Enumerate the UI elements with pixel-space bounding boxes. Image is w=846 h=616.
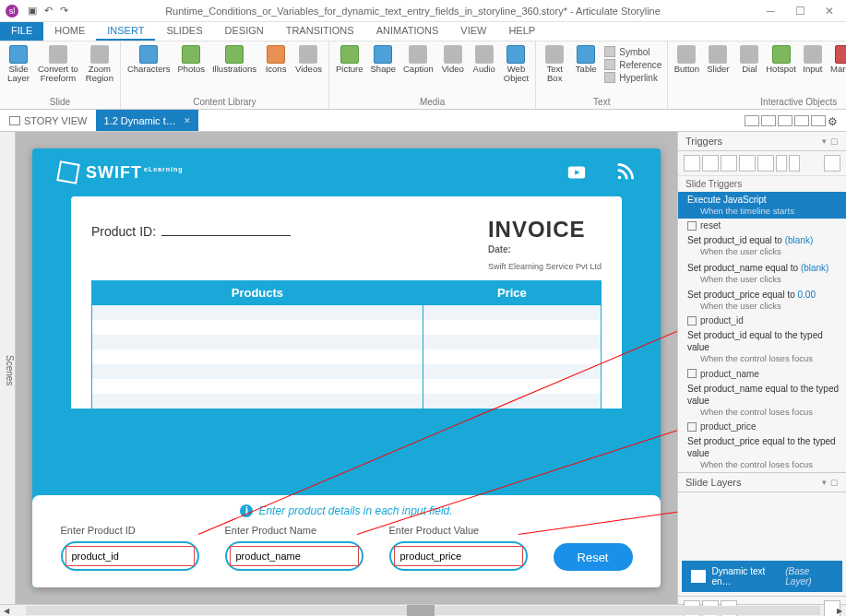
minimize-button[interactable]: ─ bbox=[757, 5, 783, 18]
reference-button[interactable]: Reference bbox=[602, 58, 663, 71]
trigger-object[interactable]: product_price bbox=[678, 420, 846, 433]
edit-trigger-icon[interactable] bbox=[702, 155, 719, 172]
view-tablet2-icon[interactable] bbox=[778, 115, 792, 126]
tab-slides[interactable]: SLIDES bbox=[155, 22, 213, 41]
add-trigger-icon[interactable] bbox=[684, 155, 700, 172]
group-content-label: Content Library bbox=[125, 95, 325, 109]
copy-trigger-icon[interactable] bbox=[721, 155, 737, 172]
caption-button[interactable]: Caption bbox=[400, 43, 436, 95]
trigger-object[interactable]: product_id bbox=[678, 314, 846, 327]
picture-button[interactable]: Picture bbox=[333, 43, 366, 95]
symbol-button[interactable]: Symbol bbox=[602, 45, 663, 58]
tab-help[interactable]: HELP bbox=[497, 22, 546, 41]
tab-transitions[interactable]: TRANSITIONS bbox=[275, 22, 365, 41]
view-desktop-icon[interactable] bbox=[745, 115, 759, 126]
slide-canvas: SWIFTeLearning Product ID: INVOICE Date: bbox=[16, 132, 677, 604]
photos-button[interactable]: Photos bbox=[174, 43, 208, 95]
scroll-left-icon[interactable]: ◀ bbox=[0, 605, 13, 616]
tab-design[interactable]: DESIGN bbox=[214, 22, 275, 41]
object-icon bbox=[687, 316, 697, 326]
trigger-item[interactable]: Set product_id equal to the typed valueW… bbox=[678, 327, 846, 366]
undock-icon[interactable]: ▢ bbox=[830, 136, 839, 146]
table-button[interactable]: Table bbox=[571, 43, 601, 95]
audio-button[interactable]: Audio bbox=[470, 43, 499, 95]
table-row bbox=[92, 335, 602, 349]
base-layer[interactable]: Dynamic text en… (Base Layer) bbox=[682, 561, 842, 592]
trigger-item[interactable]: Set product_name equal to the typed valu… bbox=[678, 381, 846, 420]
convert-freeform-button[interactable]: Convert to Freeform bbox=[35, 43, 81, 95]
paste-trigger-icon[interactable] bbox=[739, 155, 756, 172]
icons-button[interactable]: Icons bbox=[261, 43, 291, 95]
horizontal-scrollbar[interactable] bbox=[13, 605, 833, 616]
tab-insert[interactable]: INSERT bbox=[96, 22, 155, 41]
view-phone2-icon[interactable] bbox=[811, 115, 826, 126]
triggers-title: Triggers bbox=[685, 136, 722, 147]
rss-icon bbox=[614, 162, 635, 183]
video-button[interactable]: Video bbox=[438, 43, 468, 95]
videos-button[interactable]: Videos bbox=[292, 43, 325, 95]
button-button[interactable]: Button bbox=[672, 43, 701, 95]
invoice-title: INVOICE bbox=[488, 217, 602, 243]
slide[interactable]: SWIFTeLearning Product ID: INVOICE Date: bbox=[32, 148, 661, 587]
scroll-right-icon[interactable]: ▶ bbox=[833, 605, 846, 616]
view-tablet-icon[interactable] bbox=[761, 115, 776, 126]
youtube-icon bbox=[566, 162, 587, 183]
object-icon bbox=[687, 369, 697, 378]
marker-button[interactable]: Marker bbox=[829, 43, 846, 95]
trigger-item[interactable]: Set product_name equal to (blank)When th… bbox=[678, 260, 846, 287]
invoice-panel: Product ID: INVOICE Date: Swift Elearnin… bbox=[71, 196, 622, 409]
shape-button[interactable]: Shape bbox=[368, 43, 399, 95]
trigger-item[interactable]: Set product_price equal to the typed val… bbox=[678, 433, 846, 472]
trigger-item[interactable]: Execute JavaScriptWhen the timeline star… bbox=[678, 192, 846, 219]
product-id-input-label: Enter Product ID bbox=[61, 525, 199, 536]
slide-header: SWIFTeLearning bbox=[32, 148, 661, 196]
variables-icon[interactable] bbox=[824, 155, 840, 172]
slider-button[interactable]: Slider bbox=[703, 43, 733, 95]
save-icon[interactable]: ▣ bbox=[28, 5, 37, 17]
tab-animations[interactable]: ANIMATIONS bbox=[365, 22, 450, 41]
group-interactive-label: Interactive Objects bbox=[672, 95, 846, 109]
hotspot-button[interactable]: Hotspot bbox=[766, 43, 796, 95]
slide-layer-button[interactable]: Slide Layer bbox=[4, 43, 33, 95]
close-button[interactable]: ✕ bbox=[816, 5, 842, 18]
scenes-panel-tab[interactable]: Scenes bbox=[0, 132, 16, 604]
trigger-object[interactable]: reset bbox=[678, 219, 846, 232]
product-id-input[interactable] bbox=[66, 546, 195, 566]
trigger-item[interactable]: Set product_price equal to 0.00When the … bbox=[678, 287, 846, 314]
gear-icon[interactable]: ⚙ bbox=[828, 115, 842, 126]
web-object-button[interactable]: Web Object bbox=[501, 43, 531, 95]
tab-home[interactable]: HOME bbox=[43, 22, 96, 41]
delete-trigger-icon[interactable] bbox=[757, 155, 774, 172]
group-slide-label: Slide bbox=[4, 95, 116, 109]
dial-button[interactable]: Dial bbox=[734, 43, 764, 95]
input-button[interactable]: Input bbox=[798, 43, 828, 95]
story-view-tab[interactable]: STORY VIEW bbox=[0, 110, 96, 131]
product-price-input[interactable] bbox=[394, 546, 523, 566]
move-down-icon[interactable] bbox=[789, 155, 800, 172]
trigger-item[interactable]: Set product_id equal to (blank)When the … bbox=[678, 232, 846, 259]
view-phone-icon[interactable] bbox=[794, 115, 809, 126]
undo-icon[interactable]: ↶ bbox=[44, 5, 53, 17]
text-box-button[interactable]: Text Box bbox=[540, 43, 569, 95]
file-menu[interactable]: FILE bbox=[0, 22, 43, 41]
zoom-region-button[interactable]: Zoom Region bbox=[83, 43, 116, 95]
maximize-button[interactable]: ☐ bbox=[787, 5, 813, 18]
chevron-down-icon[interactable]: ▾ bbox=[822, 478, 827, 487]
object-icon bbox=[687, 422, 697, 432]
hyperlink-button[interactable]: Hyperlink bbox=[602, 71, 663, 84]
table-row bbox=[92, 394, 602, 409]
redo-icon[interactable]: ↷ bbox=[60, 5, 68, 17]
product-name-input[interactable] bbox=[230, 546, 359, 566]
chevron-down-icon[interactable]: ▾ bbox=[822, 136, 827, 146]
illustrations-button[interactable]: Illustrations bbox=[209, 43, 259, 95]
close-tab-icon[interactable]: ✕ bbox=[184, 116, 191, 125]
slide-tab[interactable]: 1.2 Dynamic t…✕ bbox=[96, 110, 197, 131]
table-row bbox=[92, 305, 602, 320]
trigger-object[interactable]: product_name bbox=[678, 367, 846, 381]
tab-view[interactable]: VIEW bbox=[449, 22, 497, 41]
reset-button[interactable]: Reset bbox=[554, 543, 633, 571]
slide-input-area: iEnter product details in each input fie… bbox=[32, 495, 661, 587]
characters-button[interactable]: Characters bbox=[125, 43, 173, 95]
move-up-icon[interactable] bbox=[776, 155, 787, 172]
undock-icon[interactable]: ▢ bbox=[830, 478, 839, 487]
